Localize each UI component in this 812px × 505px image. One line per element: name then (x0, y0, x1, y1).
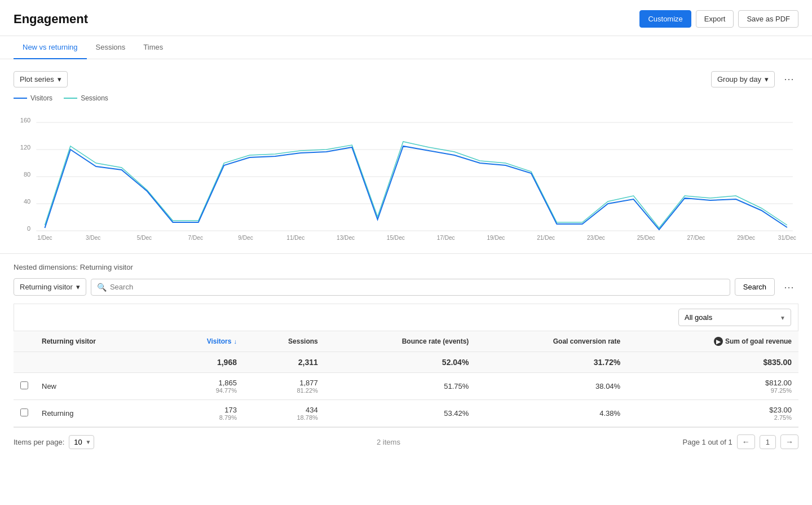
chart-svg: 0 40 80 120 160 1/Dec 3/Dec 5/Dec 7/Dec … (14, 107, 798, 242)
page-title: Engagement (14, 12, 88, 27)
checkbox-new[interactable] (20, 381, 28, 389)
search-button[interactable]: Search (735, 278, 775, 296)
save-pdf-button[interactable]: Save as PDF (738, 10, 798, 28)
export-button[interactable]: Export (696, 10, 734, 28)
col-header-visitors[interactable]: Visitors ↓ (162, 331, 244, 352)
table-header-row: Returning visitor Visitors ↓ Sessions Bo… (14, 331, 798, 352)
col-header-sessions: Sessions (244, 331, 325, 352)
tab-bar: New vs returning Sessions Times (0, 36, 812, 59)
page-size-select[interactable]: 10 25 50 (69, 435, 94, 449)
table-footer: Items per page: 10 25 50 2 items Page 1 … (14, 427, 798, 456)
row-checkbox-new[interactable] (14, 373, 35, 400)
table-section: Nested dimensions: Returning visitor Ret… (0, 254, 812, 465)
next-page-button[interactable]: → (780, 434, 798, 449)
chart-toolbar: Plot series ▾ Group by day ▾ ⋯ (14, 71, 798, 87)
row-checkbox-returning[interactable] (14, 400, 35, 427)
prev-page-button[interactable]: ← (737, 434, 755, 449)
svg-text:27/Dec: 27/Dec (687, 235, 705, 241)
items-count: 2 items (94, 438, 682, 446)
group-by-dropdown[interactable]: Group by day ▾ (711, 71, 775, 87)
svg-text:7/Dec: 7/Dec (188, 235, 203, 241)
row-visitors-returning: 173 8.79% (162, 400, 244, 427)
row-goal-rev-returning: $23.00 2.75% (627, 400, 798, 427)
total-label-cell (35, 352, 162, 373)
sessions-line-indicator (64, 98, 77, 99)
svg-text:17/Dec: 17/Dec (437, 235, 455, 241)
chart-more-options[interactable]: ⋯ (779, 71, 798, 87)
row-label-returning: Returning (35, 400, 162, 427)
svg-text:19/Dec: 19/Dec (487, 235, 505, 241)
row-sessions-new: 1,877 81.22% (244, 373, 325, 400)
svg-text:3/Dec: 3/Dec (86, 235, 100, 241)
chart-controls-right: Group by day ▾ ⋯ (711, 71, 798, 87)
total-checkbox-cell (14, 352, 35, 373)
chart-section: Plot series ▾ Group by day ▾ ⋯ Visitors … (0, 59, 812, 254)
nested-dimensions-label: Nested dimensions: Returning visitor (14, 263, 798, 271)
data-table: Returning visitor Visitors ↓ Sessions Bo… (14, 331, 798, 427)
checkbox-returning[interactable] (20, 409, 28, 416)
svg-text:0: 0 (27, 225, 30, 232)
table-total-row: 1,968 2,311 52.04% 31.72% $835.00 (14, 352, 798, 373)
row-goal-conv-returning: 4.38% (475, 400, 627, 427)
page-header: Engagement Customize Export Save as PDF (0, 0, 812, 36)
items-per-page-control: Items per page: 10 25 50 (14, 435, 94, 449)
col-header-goal-revenue: ▶ Sum of goal revenue (627, 331, 798, 352)
checkbox-header (14, 331, 35, 352)
col-header-goal-conversion: Goal conversion rate (475, 331, 627, 352)
goals-dropdown[interactable]: All goals (678, 309, 791, 326)
row-goal-conv-new: 38.04% (475, 373, 627, 400)
total-goal-conversion: 31.72% (475, 352, 627, 373)
visitors-line-indicator (14, 98, 27, 99)
svg-text:120: 120 (20, 144, 30, 151)
customize-button[interactable]: Customize (639, 10, 691, 28)
row-bounce-new: 51.75% (325, 373, 476, 400)
table-row: New 1,865 94.77% 1,877 81.22% 51.75% 38.… (14, 373, 798, 400)
row-sessions-returning: 434 18.78% (244, 400, 325, 427)
chevron-down-icon: ▾ (76, 283, 80, 291)
svg-text:1/Dec: 1/Dec (37, 235, 52, 241)
col-header-bounce-rate: Bounce rate (events) (325, 331, 476, 352)
svg-text:13/Dec: 13/Dec (337, 235, 355, 241)
search-input[interactable] (110, 283, 724, 291)
chevron-down-icon: ▾ (58, 75, 61, 84)
svg-text:23/Dec: 23/Dec (587, 235, 605, 241)
table-more-options[interactable]: ⋯ (779, 279, 798, 296)
goals-row: All goals (14, 304, 798, 331)
total-bounce-rate: 52.04% (325, 352, 476, 373)
svg-text:40: 40 (24, 198, 30, 205)
chevron-down-icon: ▾ (765, 75, 769, 84)
total-visitors: 1,968 (162, 352, 244, 373)
svg-text:80: 80 (24, 171, 30, 178)
header-actions: Customize Export Save as PDF (639, 10, 798, 28)
table-toolbar: Returning visitor ▾ 🔍 Search ⋯ (14, 278, 798, 296)
svg-text:31/Dec: 31/Dec (778, 235, 796, 241)
total-goal-revenue: $835.00 (627, 352, 798, 373)
plot-series-dropdown[interactable]: Plot series ▾ (14, 71, 68, 87)
row-visitors-new: 1,865 94.77% (162, 373, 244, 400)
col-header-returning-visitor: Returning visitor (35, 331, 162, 352)
svg-text:5/Dec: 5/Dec (137, 235, 152, 241)
pagination: Page 1 out of 1 ← 1 → (683, 434, 798, 449)
tab-sessions[interactable]: Sessions (87, 36, 135, 59)
total-sessions: 2,311 (244, 352, 325, 373)
svg-text:160: 160 (20, 117, 30, 124)
info-icon: ▶ (714, 337, 723, 346)
svg-text:15/Dec: 15/Dec (387, 235, 405, 241)
current-page: 1 (760, 435, 776, 449)
svg-text:21/Dec: 21/Dec (537, 235, 555, 241)
row-label-new: New (35, 373, 162, 400)
line-chart: 0 40 80 120 160 1/Dec 3/Dec 5/Dec 7/Dec … (14, 107, 798, 242)
table-row: Returning 173 8.79% 434 18.78% 53.42% 4.… (14, 400, 798, 427)
svg-text:9/Dec: 9/Dec (238, 235, 253, 241)
sort-arrow-icon: ↓ (233, 338, 237, 345)
search-box: 🔍 (91, 279, 730, 296)
page-size-wrapper: 10 25 50 (69, 435, 94, 449)
legend-visitors: Visitors (14, 94, 52, 102)
legend-sessions: Sessions (64, 94, 108, 102)
tab-new-vs-returning[interactable]: New vs returning (14, 36, 87, 59)
tab-times[interactable]: Times (134, 36, 172, 59)
svg-text:29/Dec: 29/Dec (737, 235, 755, 241)
dimension-dropdown[interactable]: Returning visitor ▾ (14, 278, 86, 296)
svg-text:25/Dec: 25/Dec (637, 235, 655, 241)
search-icon: 🔍 (97, 283, 107, 292)
